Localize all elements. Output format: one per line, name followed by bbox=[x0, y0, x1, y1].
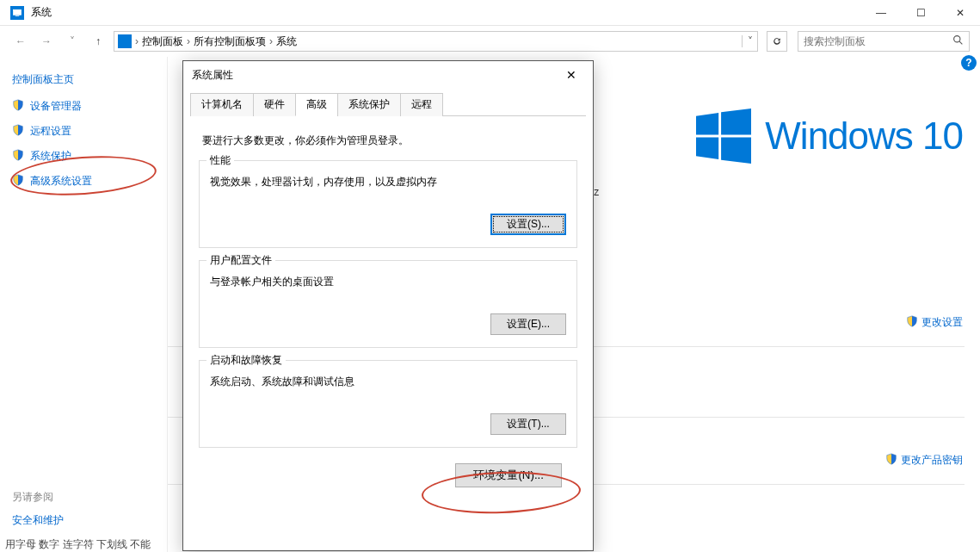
computer-icon bbox=[118, 34, 132, 48]
shield-icon bbox=[12, 149, 24, 164]
profile-settings-button[interactable]: 设置(E)... bbox=[490, 313, 566, 335]
tab-computer-name[interactable]: 计算机名 bbox=[190, 93, 254, 116]
svg-rect-0 bbox=[14, 9, 22, 15]
shield-icon bbox=[12, 99, 24, 114]
chevron-right-icon: › bbox=[187, 35, 190, 47]
system-icon bbox=[10, 6, 24, 20]
group-performance: 性能 视觉效果，处理器计划，内存使用，以及虚拟内存 设置(S)... bbox=[199, 160, 577, 248]
dialog-tabs: 计算机名 硬件 高级 系统保护 远程 bbox=[190, 92, 586, 116]
dialog-body: 要进行大多数更改，你必须作为管理员登录。 性能 视觉效果，处理器计划，内存使用，… bbox=[183, 116, 593, 499]
close-button[interactable]: ✕ bbox=[940, 0, 980, 26]
breadcrumb-item[interactable]: 所有控制面板项 bbox=[194, 34, 266, 49]
sidebar-item-label: 高级系统设置 bbox=[30, 174, 92, 189]
sidebar-item-remote[interactable]: 远程设置 bbox=[12, 124, 155, 139]
windows-text: Windows 10 bbox=[765, 115, 963, 158]
admin-note: 要进行大多数更改，你必须作为管理员登录。 bbox=[202, 133, 574, 148]
svg-line-3 bbox=[959, 41, 962, 44]
shield-icon bbox=[12, 124, 24, 139]
dialog-title-bar: 系统属性 ✕ bbox=[183, 61, 593, 89]
breadcrumb[interactable]: › 控制面板 › 所有控制面板项 › 系统 ˅ bbox=[114, 31, 758, 52]
nav-back-button[interactable]: ← bbox=[10, 31, 31, 52]
see-also: 另请参阅 安全和维护 bbox=[12, 490, 64, 528]
dialog-close-button[interactable]: ✕ bbox=[558, 68, 584, 82]
dialog-title: 系统属性 bbox=[192, 68, 233, 83]
window-title-bar: 系统 — ☐ ✕ bbox=[0, 0, 980, 26]
svg-point-2 bbox=[954, 36, 960, 42]
tab-advanced[interactable]: 高级 bbox=[295, 93, 338, 116]
tab-hardware[interactable]: 硬件 bbox=[253, 93, 296, 116]
svg-rect-1 bbox=[15, 16, 20, 16]
help-icon[interactable]: ? bbox=[961, 55, 977, 71]
chevron-right-icon: › bbox=[135, 35, 139, 47]
sidebar-heading: 控制面板主页 bbox=[12, 72, 155, 87]
windows-logo: Windows 10 bbox=[696, 109, 963, 164]
shield-icon bbox=[906, 315, 918, 330]
change-settings-link[interactable]: 更改设置 bbox=[906, 315, 963, 330]
shield-icon bbox=[12, 174, 24, 189]
see-also-heading: 另请参阅 bbox=[12, 490, 64, 505]
windows-flag-icon bbox=[696, 109, 751, 164]
tab-protection[interactable]: 系统保护 bbox=[337, 93, 401, 116]
nav-forward-button[interactable]: → bbox=[36, 31, 57, 52]
group-title: 用户配置文件 bbox=[206, 253, 275, 268]
group-startup: 启动和故障恢复 系统启动、系统故障和调试信息 设置(T)... bbox=[199, 360, 577, 448]
sidebar-item-device-manager[interactable]: 设备管理器 bbox=[12, 99, 155, 114]
sidebar-item-advanced[interactable]: 高级系统设置 bbox=[12, 174, 155, 189]
sidebar-item-label: 设备管理器 bbox=[30, 99, 82, 114]
maximize-button[interactable]: ☐ bbox=[901, 0, 940, 26]
system-properties-dialog: 系统属性 ✕ 计算机名 硬件 高级 系统保护 远程 要进行大多数更改，你必须作为… bbox=[182, 60, 594, 551]
group-title: 启动和故障恢复 bbox=[206, 353, 286, 368]
chevron-right-icon: › bbox=[269, 35, 273, 47]
search-placeholder: 搜索控制面板 bbox=[804, 34, 866, 49]
refresh-button[interactable] bbox=[767, 31, 787, 52]
see-also-link[interactable]: 安全和维护 bbox=[12, 513, 64, 528]
group-desc: 与登录帐户相关的桌面设置 bbox=[210, 275, 566, 289]
sidebar-item-label: 远程设置 bbox=[30, 124, 71, 139]
sidebar: 控制面板主页 设备管理器 远程设置 系统保护 高级系统设置 另请参阅 安全和维护 bbox=[0, 57, 168, 552]
shield-icon bbox=[885, 453, 897, 468]
link-label: 更改产品密钥 bbox=[901, 453, 963, 468]
sidebar-item-protection[interactable]: 系统保护 bbox=[12, 149, 155, 164]
search-input[interactable]: 搜索控制面板 bbox=[798, 31, 970, 52]
group-user-profile: 用户配置文件 与登录帐户相关的桌面设置 设置(E)... bbox=[199, 260, 577, 348]
search-icon bbox=[952, 34, 964, 48]
group-title: 性能 bbox=[206, 153, 234, 168]
footer-cut-text: 用字母 数字 连字符 下划线 不能 bbox=[5, 537, 151, 552]
breadcrumb-dropdown[interactable]: ˅ bbox=[742, 35, 757, 47]
breadcrumb-item[interactable]: 系统 bbox=[276, 34, 297, 49]
nav-up-button[interactable]: ↑ bbox=[88, 31, 108, 52]
change-product-key-link[interactable]: 更改产品密钥 bbox=[885, 453, 963, 468]
tab-remote[interactable]: 远程 bbox=[400, 93, 443, 116]
performance-settings-button[interactable]: 设置(S)... bbox=[490, 214, 566, 235]
sidebar-item-label: 系统保护 bbox=[30, 149, 71, 164]
nav-row: ← → ˅ ↑ › 控制面板 › 所有控制面板项 › 系统 ˅ 搜索控制面板 bbox=[0, 26, 980, 57]
group-desc: 视觉效果，处理器计划，内存使用，以及虚拟内存 bbox=[210, 175, 566, 189]
group-desc: 系统启动、系统故障和调试信息 bbox=[210, 375, 566, 389]
nav-recent-button[interactable]: ˅ bbox=[62, 31, 83, 52]
window-title: 系统 bbox=[31, 5, 861, 20]
breadcrumb-item[interactable]: 控制面板 bbox=[142, 34, 183, 49]
minimize-button[interactable]: — bbox=[861, 0, 901, 26]
startup-settings-button[interactable]: 设置(T)... bbox=[490, 413, 566, 435]
environment-variables-button[interactable]: 环境变量(N)... bbox=[455, 463, 562, 487]
link-label: 更改设置 bbox=[921, 315, 963, 330]
